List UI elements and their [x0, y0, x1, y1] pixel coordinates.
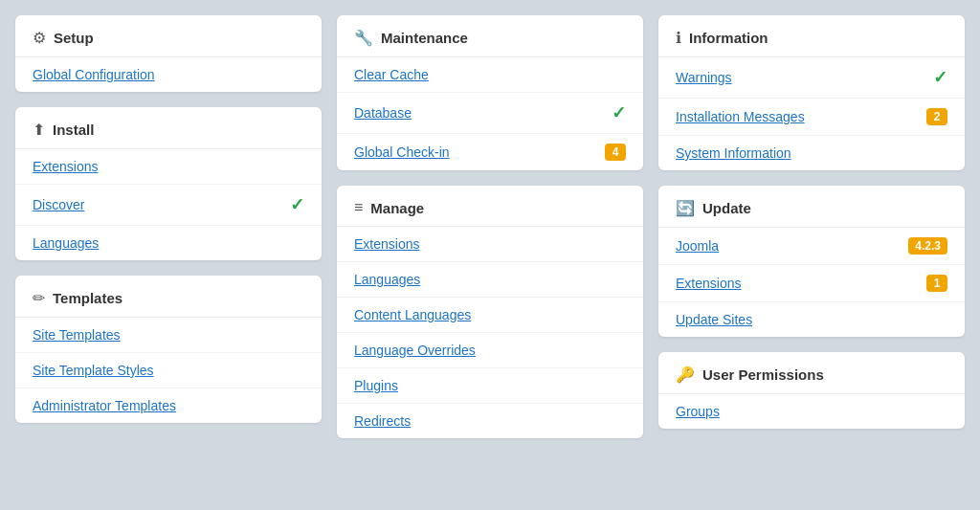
link-plugins[interactable]: Plugins — [354, 378, 398, 393]
list-item: Discover✓ — [15, 185, 322, 226]
templates-icon: ✏ — [33, 289, 45, 307]
list-item: Languages — [337, 262, 643, 298]
link-update-sites[interactable]: Update Sites — [676, 312, 752, 327]
link-global-configuration[interactable]: Global Configuration — [33, 67, 155, 82]
information-title: Information — [689, 30, 768, 46]
link-installation-messages[interactable]: Installation Messages — [676, 109, 805, 124]
install-icon: ⬆ — [33, 121, 45, 139]
badge: 1 — [926, 275, 947, 292]
link-extensions[interactable]: Extensions — [354, 236, 419, 252]
card-header-maintenance: 🔧Maintenance — [337, 15, 643, 57]
list-item: System Information — [658, 136, 965, 170]
update-title: Update — [702, 200, 751, 216]
list-item: Update Sites — [658, 302, 965, 337]
user-permissions-icon: 🔑 — [676, 366, 695, 384]
link-content-languages[interactable]: Content Languages — [354, 307, 471, 322]
list-item: Installation Messages2 — [658, 99, 965, 136]
check-icon: ✓ — [290, 194, 304, 215]
card-header-user-permissions: 🔑User Permissions — [658, 352, 965, 394]
badge: 4 — [605, 144, 626, 161]
list-item: Global Configuration — [15, 57, 322, 92]
list-item: Site Templates — [15, 318, 322, 353]
link-site-template-styles[interactable]: Site Template Styles — [33, 363, 154, 378]
card-setup: ⚙SetupGlobal Configuration — [15, 15, 322, 92]
link-languages[interactable]: Languages — [33, 235, 99, 251]
list-item: Extensions1 — [658, 265, 965, 302]
link-joomla[interactable]: Joomla — [676, 238, 719, 254]
link-redirects[interactable]: Redirects — [354, 413, 411, 429]
link-warnings[interactable]: Warnings — [676, 70, 732, 85]
list-item: Joomla4.2.3 — [658, 228, 965, 265]
card-header-manage: ≡Manage — [337, 186, 643, 227]
card-information: ℹInformationWarnings✓Installation Messag… — [658, 15, 965, 170]
link-groups[interactable]: Groups — [676, 404, 720, 419]
card-user-permissions: 🔑User PermissionsGroups — [658, 352, 965, 429]
card-update: 🔄UpdateJoomla4.2.3Extensions1Update Site… — [658, 186, 965, 337]
information-icon: ℹ — [676, 29, 681, 47]
card-header-templates: ✏Templates — [15, 276, 322, 318]
list-item: Language Overrides — [337, 333, 643, 368]
link-database[interactable]: Database — [354, 105, 412, 121]
check-icon: ✓ — [933, 67, 947, 88]
list-item: Groups — [658, 394, 965, 429]
card-header-install: ⬆Install — [15, 107, 322, 149]
list-item: Warnings✓ — [658, 57, 965, 99]
card-maintenance: 🔧MaintenanceClear CacheDatabase✓Global C… — [337, 15, 643, 170]
list-item: Administrator Templates — [15, 388, 322, 423]
card-header-update: 🔄Update — [658, 186, 965, 228]
link-clear-cache[interactable]: Clear Cache — [354, 67, 429, 82]
card-header-information: ℹInformation — [658, 15, 965, 57]
list-item: Database✓ — [337, 93, 643, 134]
link-extensions[interactable]: Extensions — [676, 276, 741, 291]
column-1: 🔧MaintenanceClear CacheDatabase✓Global C… — [337, 15, 643, 438]
templates-title: Templates — [53, 290, 122, 306]
setup-title: Setup — [54, 30, 94, 46]
link-extensions[interactable]: Extensions — [33, 159, 98, 174]
list-item: Languages — [15, 226, 322, 260]
list-item: Site Template Styles — [15, 353, 322, 388]
badge: 4.2.3 — [908, 237, 947, 255]
link-languages[interactable]: Languages — [354, 272, 420, 287]
column-2: ℹInformationWarnings✓Installation Messag… — [658, 15, 965, 438]
user-permissions-title: User Permissions — [702, 366, 824, 383]
list-item: Clear Cache — [337, 57, 643, 93]
badge: 2 — [926, 108, 947, 125]
link-discover[interactable]: Discover — [33, 197, 84, 212]
link-site-templates[interactable]: Site Templates — [33, 327, 121, 343]
manage-title: Manage — [370, 200, 424, 216]
check-icon: ✓ — [612, 102, 626, 123]
link-language-overrides[interactable]: Language Overrides — [354, 343, 476, 358]
list-item: Extensions — [337, 227, 643, 262]
setup-icon: ⚙ — [33, 29, 46, 47]
list-item: Content Languages — [337, 298, 643, 333]
maintenance-icon: 🔧 — [354, 29, 373, 47]
install-title: Install — [53, 122, 94, 138]
list-item: Redirects — [337, 404, 643, 438]
link-administrator-templates[interactable]: Administrator Templates — [33, 398, 176, 413]
card-manage: ≡ManageExtensionsLanguagesContent Langua… — [337, 186, 643, 438]
list-item: Global Check-in4 — [337, 134, 643, 170]
list-item: Extensions — [15, 149, 322, 185]
maintenance-title: Maintenance — [381, 30, 468, 46]
link-global-check-in[interactable]: Global Check-in — [354, 144, 450, 160]
column-0: ⚙SetupGlobal Configuration⬆InstallExtens… — [15, 15, 322, 438]
link-system-information[interactable]: System Information — [676, 145, 791, 161]
update-icon: 🔄 — [676, 199, 695, 217]
manage-icon: ≡ — [354, 199, 363, 216]
card-templates: ✏TemplatesSite TemplatesSite Template St… — [15, 276, 322, 423]
card-header-setup: ⚙Setup — [15, 15, 322, 57]
list-item: Plugins — [337, 368, 643, 404]
card-install: ⬆InstallExtensionsDiscover✓Languages — [15, 107, 322, 260]
main-grid: ⚙SetupGlobal Configuration⬆InstallExtens… — [15, 15, 965, 438]
